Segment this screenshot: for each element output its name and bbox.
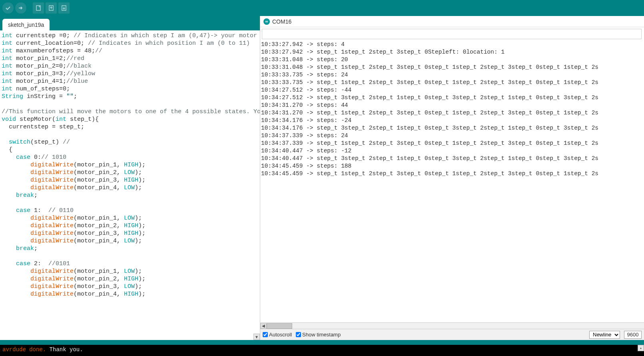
verify-button[interactable] <box>2 2 14 14</box>
line-ending-select[interactable]: Newline <box>589 331 620 339</box>
baud-rate-select[interactable]: 9600 <box>624 331 642 339</box>
console-avrdude: avrdude done. <box>2 346 46 353</box>
save-sketch-button[interactable] <box>58 2 70 14</box>
open-sketch-button[interactable] <box>46 2 57 14</box>
hscroll-left[interactable]: ◀ <box>260 323 267 329</box>
tab-bar: sketch_jun19a <box>0 16 260 30</box>
autoscroll-input[interactable] <box>263 332 268 337</box>
sketch-tab[interactable]: sketch_jun19a <box>2 19 50 30</box>
svg-rect-0 <box>36 6 40 10</box>
timestamp-label: Show timestamp <box>302 332 341 338</box>
upload-button[interactable] <box>15 2 26 14</box>
hscroll-thumb[interactable] <box>267 323 292 329</box>
serial-port-label: COM16 <box>272 18 291 25</box>
output-console[interactable]: avrdude done. Thank you. ▴ <box>0 345 644 356</box>
serial-monitor-pane: ∞ COM16 10:33:27.942 -> steps: 4 10:33:2… <box>260 16 644 340</box>
editor-pane: sketch_jun19a int currentstep =0; // Ind… <box>0 16 260 340</box>
new-sketch-button[interactable] <box>33 2 44 14</box>
autoscroll-label: Autoscroll <box>269 332 292 338</box>
autoscroll-checkbox[interactable]: Autoscroll <box>263 332 292 338</box>
serial-log[interactable]: 10:33:27.942 -> steps: 4 10:33:27.942 ->… <box>260 41 644 322</box>
main-area: sketch_jun19a int currentstep =0; // Ind… <box>0 16 644 340</box>
toolbar <box>0 0 644 16</box>
arduino-icon: ∞ <box>263 18 270 25</box>
status-bar <box>0 340 644 345</box>
serial-monitor-titlebar: ∞ COM16 <box>260 16 644 27</box>
editor-wrap: int currentstep =0; // Indicates in whic… <box>0 30 260 340</box>
serial-hscrollbar[interactable]: ◀ <box>260 322 644 329</box>
serial-send-input[interactable] <box>262 29 642 39</box>
code-editor[interactable]: int currentstep =0; // Indicates in whic… <box>0 30 260 340</box>
serial-footer: Autoscroll Show timestamp Newline 9600 <box>260 329 644 340</box>
timestamp-checkbox[interactable]: Show timestamp <box>296 332 341 338</box>
editor-scroll-down[interactable]: ▼ <box>253 334 260 340</box>
console-scroll-up[interactable]: ▴ <box>638 345 644 351</box>
timestamp-input[interactable] <box>296 332 301 337</box>
console-thankyou: Thank you. <box>46 346 83 353</box>
